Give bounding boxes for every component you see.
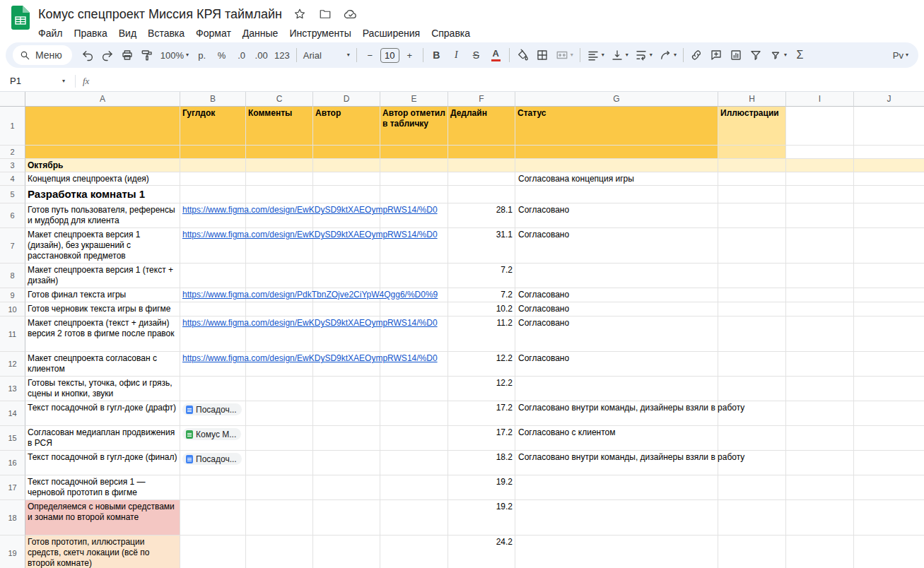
print-button[interactable] (118, 45, 137, 65)
cell-C13[interactable] (246, 377, 313, 401)
column-header-E[interactable]: E (380, 92, 448, 107)
cell-H18[interactable] (718, 500, 786, 536)
row-header-3[interactable]: 3 (0, 159, 25, 172)
cell-D2[interactable] (313, 146, 380, 159)
cell-D14[interactable] (313, 401, 380, 426)
currency-format-button[interactable]: р. (192, 45, 211, 65)
cell-G2[interactable] (515, 146, 718, 159)
docs-chip-row-14[interactable]: Посадоч... (182, 403, 242, 415)
cell-B2[interactable] (180, 146, 246, 159)
create-filter-button[interactable] (747, 45, 766, 65)
cell-A13[interactable]: Готовы тексты, уточка, офис и грязь, сце… (25, 377, 180, 401)
cell-E1[interactable]: Автор отметил в табличку (380, 107, 448, 146)
cell-D4[interactable] (313, 172, 380, 186)
cell-F7[interactable]: 31.1 (448, 228, 515, 264)
decrease-decimal-button[interactable]: .0 (232, 45, 251, 65)
cell-A5[interactable]: Разработка комнаты 1 (25, 186, 180, 203)
filter-views-button[interactable]: ▾ (766, 45, 790, 65)
cell-D1[interactable]: Автор (313, 107, 380, 146)
menu-extensions[interactable]: Расширения (357, 25, 426, 41)
cell-D8[interactable] (313, 264, 380, 288)
figma-link-row-11[interactable]: https://www.figma.com/design/EwKDySD9ktX… (182, 318, 448, 329)
cell-F16[interactable]: 18.2 (448, 451, 515, 475)
cell-F18[interactable]: 19.2 (448, 500, 515, 536)
row-header-13[interactable]: 13 (0, 377, 25, 401)
functions-button[interactable]: Σ (790, 45, 809, 65)
fill-color-button[interactable] (513, 45, 532, 65)
row-header-10[interactable]: 10 (0, 302, 25, 316)
font-size-input[interactable]: 10 (380, 48, 399, 63)
cell-E10[interactable] (380, 302, 448, 316)
star-button[interactable] (292, 6, 308, 22)
vertical-align-button[interactable]: ▾ (608, 45, 631, 65)
document-title[interactable]: Комус спецпроект Миссия КРЯ таймлайн (38, 7, 282, 22)
cell-D15[interactable] (313, 426, 380, 451)
cell-C14[interactable] (246, 401, 313, 426)
doc-status-button[interactable] (343, 6, 358, 22)
move-button[interactable] (317, 6, 333, 22)
cell-A16[interactable]: Текст посадочной в гугл-доке (финал) (25, 451, 180, 475)
increase-font-size-button[interactable]: + (400, 45, 419, 65)
row-header-1[interactable]: 1 (0, 107, 25, 146)
percent-format-button[interactable]: % (212, 45, 231, 65)
cell-A4[interactable]: Концепция спецпроекта (идея) (25, 172, 180, 186)
cell-A11[interactable]: Макет спецпроекта (текст + дизайн) верси… (25, 316, 180, 352)
paint-format-button[interactable] (138, 45, 157, 65)
cell-F9[interactable]: 7.2 (448, 288, 515, 302)
cell-A8[interactable]: Макет спецпроекта версия 1 (текст + диза… (25, 264, 180, 288)
cell-B19[interactable] (180, 536, 246, 568)
menu-format[interactable]: Формат (190, 25, 237, 41)
menu-edit[interactable]: Правка (68, 25, 112, 41)
cell-H5[interactable] (718, 186, 786, 203)
cell-E8[interactable] (380, 264, 448, 288)
cell-A18[interactable]: Определяемся с новыми средствами и зонам… (25, 500, 180, 536)
cell-F2[interactable] (448, 146, 515, 159)
row-header-4[interactable]: 4 (0, 172, 25, 186)
cell-I17[interactable] (786, 475, 854, 500)
cell-H3[interactable] (718, 159, 786, 172)
cell-G3[interactable] (515, 159, 718, 172)
menu-file[interactable]: Файл (33, 25, 68, 41)
cell-C4[interactable] (246, 172, 313, 186)
cell-J19[interactable] (854, 536, 924, 568)
cell-E3[interactable] (380, 159, 448, 172)
cell-I18[interactable] (786, 500, 854, 536)
cell-F11[interactable]: 11.2 (448, 316, 515, 352)
cell-J1[interactable] (854, 107, 924, 146)
cell-F8[interactable]: 7.2 (448, 264, 515, 288)
cell-C19[interactable] (246, 536, 313, 568)
cell-A6[interactable]: Готов путь пользователя, референсы и муд… (25, 203, 180, 228)
menu-tools[interactable]: Инструменты (283, 25, 356, 41)
cell-J3[interactable] (854, 159, 924, 172)
cell-H8[interactable] (718, 264, 786, 288)
column-header-I[interactable]: I (786, 92, 854, 107)
row-header-18[interactable]: 18 (0, 500, 25, 536)
menu-help[interactable]: Справка (426, 25, 476, 41)
cell-D10[interactable] (313, 302, 380, 316)
menus-search-button[interactable]: Меню (13, 45, 72, 65)
cell-F17[interactable]: 19.2 (448, 475, 515, 500)
cell-I13[interactable] (786, 377, 854, 401)
cell-F12[interactable]: 12.2 (448, 352, 515, 377)
cell-G18[interactable] (515, 500, 718, 536)
cell-E15[interactable] (380, 426, 448, 451)
text-rotation-button[interactable]: ▾ (656, 45, 679, 65)
figma-link-row-9[interactable]: https://www.figma.com/design/PdkTbnZOjve… (182, 290, 448, 300)
cell-C1[interactable]: Комменты (246, 107, 313, 146)
row-header-2[interactable]: 2 (0, 146, 25, 159)
cell-E4[interactable] (380, 172, 448, 186)
cell-E2[interactable] (380, 146, 448, 159)
cell-I5[interactable] (786, 186, 854, 203)
row-header-6[interactable]: 6 (0, 203, 25, 228)
cell-A1[interactable] (25, 107, 180, 146)
cell-I19[interactable] (786, 536, 854, 568)
cell-F1[interactable]: Дедлайн (448, 107, 515, 146)
cell-C5[interactable] (246, 186, 313, 203)
cell-C16[interactable] (246, 451, 313, 475)
cell-A7[interactable]: Макет спецпроекта версия 1 (дизайн), без… (25, 228, 180, 264)
bold-button[interactable]: B (427, 45, 446, 65)
cell-C8[interactable] (246, 264, 313, 288)
cell-C15[interactable] (246, 426, 313, 451)
cell-B4[interactable] (180, 172, 246, 186)
cell-J8[interactable] (854, 264, 924, 288)
